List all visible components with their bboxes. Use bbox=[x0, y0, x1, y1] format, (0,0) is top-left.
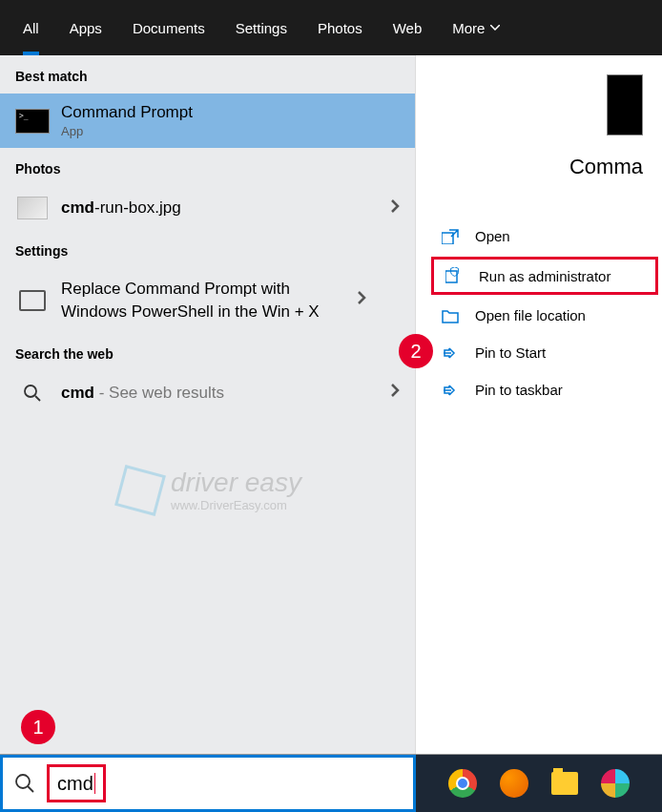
match-highlight: cmd bbox=[61, 198, 94, 217]
svg-point-0 bbox=[25, 385, 36, 397]
svg-point-4 bbox=[16, 775, 30, 788]
taskbar-file-explorer-icon[interactable] bbox=[551, 772, 578, 795]
folder-icon bbox=[439, 308, 462, 323]
laptop-icon bbox=[15, 288, 50, 313]
command-prompt-icon bbox=[15, 109, 50, 134]
result-rest: -run-box.jpg bbox=[94, 198, 181, 217]
result-replace-cmd-powershell[interactable]: Replace Command Prompt with Windows Powe… bbox=[0, 268, 415, 333]
action-label: Run as administrator bbox=[479, 268, 610, 284]
result-title: cmd-run-box.jpg bbox=[61, 198, 390, 218]
section-web: Search the web bbox=[0, 333, 415, 371]
tab-documents[interactable]: Documents bbox=[117, 0, 220, 55]
action-open[interactable]: Open bbox=[427, 218, 662, 255]
pin-icon bbox=[439, 345, 462, 361]
action-label: Open bbox=[475, 228, 510, 244]
search-box[interactable]: cmd bbox=[0, 755, 416, 812]
search-results-pane: Best match Command Prompt App Photos cmd… bbox=[0, 55, 662, 754]
open-icon bbox=[439, 229, 462, 244]
preview-pane: Comma Open Run as administrator Open fil… bbox=[416, 55, 662, 754]
taskbar-firefox-icon[interactable] bbox=[500, 769, 528, 798]
chevron-down-icon bbox=[490, 25, 500, 31]
action-list: Open Run as administrator Open file loca… bbox=[416, 218, 662, 408]
search-icon bbox=[14, 773, 35, 794]
pin-icon bbox=[439, 383, 462, 398]
chevron-right-icon bbox=[390, 198, 400, 219]
watermark-url: www.DriverEasy.com bbox=[171, 498, 301, 512]
result-title: Replace Command Prompt with Windows Powe… bbox=[61, 278, 357, 323]
search-icon bbox=[15, 381, 50, 406]
command-prompt-icon-large bbox=[607, 74, 643, 135]
section-best-match: Best match bbox=[0, 55, 415, 94]
preview-title: Comma bbox=[435, 155, 643, 179]
result-command-prompt[interactable]: Command Prompt App bbox=[0, 94, 415, 148]
watermark-brand: driver easy bbox=[171, 468, 301, 498]
result-title: Command Prompt bbox=[61, 103, 400, 122]
tab-apps[interactable]: Apps bbox=[54, 0, 117, 55]
result-photo-cmd-run-box[interactable]: cmd-run-box.jpg bbox=[0, 186, 415, 230]
search-value: cmd bbox=[57, 773, 93, 795]
result-rest: - See web results bbox=[94, 384, 224, 402]
tab-settings[interactable]: Settings bbox=[220, 0, 302, 55]
section-settings: Settings bbox=[0, 230, 415, 268]
tab-all[interactable]: All bbox=[8, 0, 54, 55]
result-web-cmd[interactable]: cmd - See web results bbox=[0, 371, 415, 415]
annotation-callout-1: 1 bbox=[21, 710, 55, 744]
chevron-right-icon bbox=[357, 290, 366, 310]
section-photos: Photos bbox=[0, 148, 415, 186]
action-pin-to-start[interactable]: Pin to Start bbox=[427, 334, 662, 371]
tab-photos[interactable]: Photos bbox=[302, 0, 378, 55]
svg-line-1 bbox=[35, 396, 40, 401]
tab-more[interactable]: More bbox=[437, 0, 515, 55]
result-title: cmd - See web results bbox=[61, 384, 390, 403]
action-run-as-admin[interactable]: Run as administrator bbox=[431, 257, 658, 295]
taskbar-slack-icon[interactable] bbox=[601, 769, 630, 798]
action-open-file-location[interactable]: Open file location bbox=[427, 297, 662, 334]
preview-header: Comma bbox=[416, 74, 662, 179]
shield-icon bbox=[443, 267, 465, 284]
watermark-logo bbox=[114, 465, 166, 516]
svg-line-5 bbox=[28, 786, 33, 792]
tab-more-label: More bbox=[452, 20, 485, 36]
bottom-bar: cmd bbox=[0, 754, 662, 812]
action-label: Pin to taskbar bbox=[475, 382, 563, 398]
search-input[interactable]: cmd bbox=[47, 764, 106, 802]
taskbar-chrome-icon[interactable] bbox=[448, 769, 477, 798]
tab-web[interactable]: Web bbox=[378, 0, 438, 55]
search-tabs: All Apps Documents Settings Photos Web M… bbox=[0, 0, 662, 55]
action-label: Open file location bbox=[475, 307, 586, 323]
svg-rect-2 bbox=[442, 233, 453, 244]
match-highlight: cmd bbox=[61, 384, 94, 402]
text-cursor bbox=[94, 773, 95, 794]
results-list: Best match Command Prompt App Photos cmd… bbox=[0, 55, 416, 754]
result-subtitle: App bbox=[61, 124, 400, 138]
chevron-right-icon bbox=[390, 383, 400, 403]
image-icon bbox=[15, 196, 50, 220]
watermark: driver easy www.DriverEasy.com bbox=[119, 468, 301, 512]
annotation-callout-2: 2 bbox=[399, 334, 433, 368]
action-label: Pin to Start bbox=[475, 344, 546, 361]
result-text: Command Prompt App bbox=[61, 103, 400, 138]
taskbar bbox=[416, 755, 662, 812]
action-pin-to-taskbar[interactable]: Pin to taskbar bbox=[427, 371, 662, 408]
